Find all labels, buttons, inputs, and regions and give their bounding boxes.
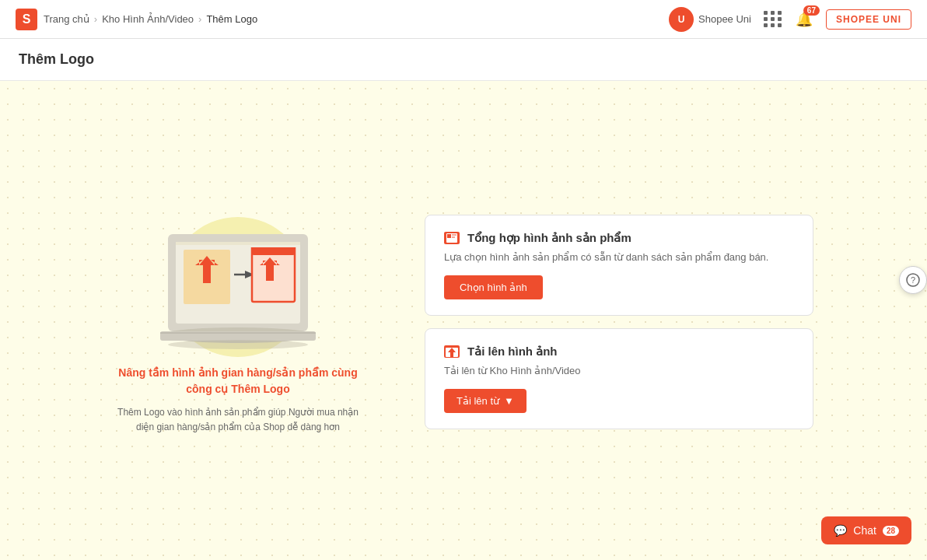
svg-point-12 xyxy=(168,340,308,349)
shopee-uni-button[interactable]: SHOPEE UNI xyxy=(826,9,911,30)
promo-desc: Thêm Logo vào hình ảnh sản phẩm giúp Ngư… xyxy=(114,405,362,435)
apps-grid-button[interactable] xyxy=(764,11,782,27)
header: S Trang chủ › Kho Hình Ảnh/Video › Thêm … xyxy=(0,0,927,39)
upload-icon xyxy=(444,345,460,358)
card2-desc: Tải lên từ Kho Hình ảnh/Video xyxy=(444,365,794,376)
notification-button[interactable]: 🔔 67 xyxy=(795,10,813,29)
product-image-card: Tổng hợp hình ảnh sản phẩm Lựa chọn hình… xyxy=(425,215,813,316)
promo-title: Nâng tầm hình ảnh gian hàng/sản phẩm cùn… xyxy=(114,365,362,397)
svg-rect-8 xyxy=(176,242,300,245)
shopee-uni[interactable]: U Shopee Uni xyxy=(669,7,751,32)
card2-title: Tải lên hình ảnh xyxy=(467,345,558,359)
svg-rect-15 xyxy=(452,234,457,236)
shopee-uni-label: Shopee Uni xyxy=(698,13,751,25)
breadcrumb-sep-2: › xyxy=(198,13,201,25)
laptop-illustration xyxy=(129,211,347,362)
header-left: S Trang chủ › Kho Hình Ảnh/Video › Thêm … xyxy=(16,9,257,30)
illustration-container xyxy=(129,209,347,365)
page-title-bar: Thêm Logo xyxy=(0,39,927,81)
card1-title: Tổng hợp hình ảnh sản phẩm xyxy=(467,231,631,245)
help-icon: ? xyxy=(906,273,920,287)
card1-header: Tổng hợp hình ảnh sản phẩm xyxy=(444,231,794,245)
breadcrumb-home[interactable]: Trang chủ xyxy=(44,13,89,25)
upload-image-card: Tải lên hình ảnh Tải lên từ Kho Hình ảnh… xyxy=(425,328,813,429)
breadcrumb: Trang chủ › Kho Hình Ảnh/Video › Thêm Lo… xyxy=(44,13,257,25)
chat-icon: 💬 xyxy=(834,524,847,537)
upload-button[interactable]: Tải lên từ ▼ xyxy=(444,389,526,413)
left-section: Nâng tầm hình ảnh gian hàng/sản phẩm cùn… xyxy=(114,209,362,435)
chevron-down-icon: ▼ xyxy=(504,395,514,407)
chat-badge: 28 xyxy=(883,526,899,536)
main-content: Nâng tầm hình ảnh gian hàng/sản phẩm cùn… xyxy=(0,81,927,560)
svg-rect-14 xyxy=(447,234,451,238)
notification-badge: 67 xyxy=(803,5,820,16)
header-right: U Shopee Uni 🔔 67 SHOPEE UNI xyxy=(669,7,911,32)
card2-header: Tải lên hình ảnh xyxy=(444,345,794,359)
chat-button[interactable]: 💬 Chat 28 xyxy=(821,516,911,544)
page-title: Thêm Logo xyxy=(19,51,908,68)
product-icon xyxy=(444,232,460,244)
breadcrumb-middle[interactable]: Kho Hình Ảnh/Video xyxy=(102,13,194,25)
help-button[interactable]: ? xyxy=(899,266,927,294)
breadcrumb-sep-1: › xyxy=(94,13,97,25)
right-section: Tổng hợp hình ảnh sản phẩm Lựa chọn hình… xyxy=(425,215,813,429)
svg-text:?: ? xyxy=(911,275,915,285)
content-wrapper: Nâng tầm hình ảnh gian hàng/sản phẩm cùn… xyxy=(114,209,813,435)
uni-avatar: U xyxy=(669,7,694,32)
upload-btn-label: Tải lên từ xyxy=(457,395,499,407)
card1-desc: Lựa chọn hình ảnh sản phẩm có sẵn từ dan… xyxy=(444,251,794,263)
chat-label: Chat xyxy=(853,524,876,537)
shopee-logo[interactable]: S xyxy=(16,9,37,30)
breadcrumb-current: Thêm Logo xyxy=(206,13,257,25)
svg-rect-16 xyxy=(452,236,455,238)
choose-image-button[interactable]: Chọn hình ảnh xyxy=(444,275,543,299)
